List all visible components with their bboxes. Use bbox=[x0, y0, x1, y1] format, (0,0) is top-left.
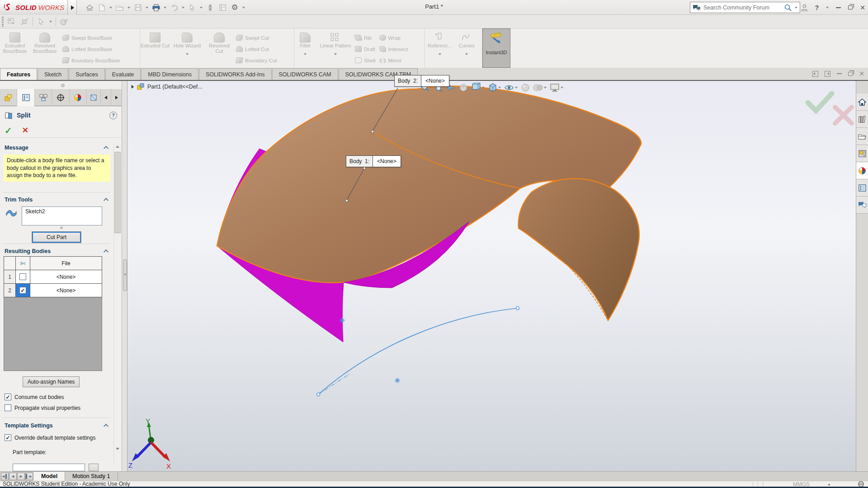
swept-cut-button[interactable]: Swept Cut bbox=[236, 33, 277, 42]
configurationmanager-tab[interactable] bbox=[35, 89, 52, 106]
menu-expand-button[interactable] bbox=[69, 0, 77, 15]
cam-manager-tab[interactable] bbox=[87, 89, 100, 106]
body2-checkbox-cell[interactable]: ✓ bbox=[16, 284, 30, 297]
tab-evaluate[interactable]: Evaluate bbox=[105, 68, 141, 80]
next-tab-button[interactable]: ► bbox=[17, 473, 25, 480]
view-orientation-button[interactable] bbox=[471, 83, 485, 92]
list-resize-handle[interactable] bbox=[60, 226, 63, 229]
override-checkbox[interactable]: ✓ bbox=[5, 434, 11, 441]
trim-collapse-icon[interactable] bbox=[104, 198, 108, 203]
cancel-button[interactable]: ✕ bbox=[22, 126, 28, 135]
save-icon[interactable] bbox=[133, 3, 142, 12]
forum-button[interactable] bbox=[856, 197, 868, 214]
apply-scene-button[interactable] bbox=[533, 83, 547, 92]
bodies-collapse-icon[interactable] bbox=[104, 249, 108, 254]
lofted-cut-button[interactable]: Lofted Cut bbox=[236, 44, 277, 54]
hole-wizard-button[interactable]: Hole Wizard bbox=[170, 31, 204, 55]
select-cursor-icon[interactable] bbox=[188, 3, 197, 12]
body2-checkbox[interactable]: ✓ bbox=[19, 287, 26, 294]
fillet-dropdown-icon[interactable] bbox=[304, 53, 307, 55]
part-template-input[interactable] bbox=[13, 464, 85, 471]
new-document-icon[interactable] bbox=[97, 3, 106, 12]
template-settings-section-header[interactable]: Template Settings bbox=[0, 421, 113, 431]
rib-button[interactable]: Rib bbox=[355, 33, 376, 42]
ok-button[interactable]: ✓ bbox=[5, 125, 12, 136]
displaymanager-tab[interactable] bbox=[70, 89, 87, 106]
save-dropdown-icon[interactable] bbox=[146, 7, 148, 9]
tab-solidworks-cam[interactable]: SOLIDWORKS CAM bbox=[272, 68, 338, 80]
dimxpertmanager-tab[interactable] bbox=[52, 89, 69, 106]
section-view-button[interactable] bbox=[459, 83, 468, 92]
search-icon[interactable] bbox=[784, 4, 792, 12]
display-style-button[interactable] bbox=[488, 83, 501, 92]
view-settings-dropdown-icon[interactable] bbox=[561, 87, 563, 89]
units-dropdown-icon[interactable] bbox=[828, 483, 830, 485]
boundary-boss-button[interactable]: Boundary Boss/Base bbox=[62, 56, 120, 65]
revolved-boss-button[interactable]: Revolved Boss/Base bbox=[30, 31, 60, 54]
help-button[interactable]: ? bbox=[815, 4, 819, 11]
minimize-button[interactable] bbox=[836, 7, 841, 8]
first-tab-button[interactable]: ◄▌ bbox=[1, 473, 9, 480]
revolved-cut-button[interactable]: Revolved Cut bbox=[204, 31, 234, 54]
tab-solidworks-addins[interactable]: SOLIDWORKS Add-Ins bbox=[199, 68, 272, 80]
body2-callout-value[interactable]: <None> bbox=[421, 75, 449, 86]
spline-endpoint-start[interactable] bbox=[317, 393, 320, 396]
sketch-centerline[interactable] bbox=[318, 374, 350, 394]
options-gear-icon[interactable]: ⚙ bbox=[230, 3, 239, 12]
model-canvas[interactable]: Y Z X bbox=[127, 81, 856, 471]
confirm-cancel-ghost-icon[interactable] bbox=[835, 107, 852, 123]
taskpane-home-button[interactable] bbox=[856, 94, 868, 111]
view-settings-button[interactable] bbox=[550, 83, 563, 92]
flyout-feature-tree[interactable]: Part1 (Default<<Def... bbox=[131, 83, 203, 90]
shell-button[interactable]: Shell bbox=[355, 56, 376, 65]
close-button[interactable]: ✕ bbox=[860, 4, 865, 11]
scene-dropdown-icon[interactable] bbox=[544, 87, 547, 89]
panel-help-button[interactable]: ? bbox=[109, 112, 117, 119]
motion-study-tab[interactable]: Motion Study 1 bbox=[65, 472, 118, 481]
properties-icon[interactable] bbox=[218, 3, 227, 12]
options-dropdown-icon[interactable] bbox=[242, 7, 245, 9]
extruded-cut-button[interactable]: Extruded Cut bbox=[140, 31, 170, 48]
edit-appearance-icon[interactable] bbox=[60, 17, 69, 26]
tab-features[interactable]: Features bbox=[0, 68, 37, 80]
panel-collapse-handle[interactable] bbox=[0, 81, 122, 89]
mirror-button[interactable]: Mirror bbox=[379, 56, 408, 65]
boundary-cut-button[interactable]: Boundary Cut bbox=[236, 56, 277, 65]
tabstrip-prev-button[interactable] bbox=[100, 89, 111, 106]
doc-minimize-button[interactable] bbox=[837, 73, 842, 74]
restore-button[interactable] bbox=[848, 5, 853, 9]
swept-boss-button[interactable]: Swept Boss/Base bbox=[62, 33, 120, 42]
home-icon[interactable] bbox=[85, 3, 94, 12]
prev-tab-button[interactable]: ◄ bbox=[9, 473, 17, 480]
toolbar-grip[interactable] bbox=[2, 17, 4, 27]
fillet-button[interactable]: Fillet bbox=[294, 31, 316, 55]
draft-button[interactable]: Draft bbox=[355, 44, 376, 54]
panel-splitter[interactable] bbox=[123, 81, 127, 471]
scroll-up-button[interactable] bbox=[114, 143, 121, 150]
trim-tools-section-header[interactable]: Trim Tools bbox=[0, 195, 113, 205]
tab-mbd-dimensions[interactable]: MBD Dimensions bbox=[141, 68, 198, 80]
view-palette-button[interactable] bbox=[856, 145, 868, 162]
magnet-tool-icon[interactable] bbox=[206, 3, 215, 12]
part-tree-label[interactable]: Part1 (Default<<Def... bbox=[147, 84, 203, 90]
body2-file[interactable]: <None> bbox=[30, 284, 102, 297]
resulting-bodies-section-header[interactable]: Resulting Bodies bbox=[0, 246, 113, 256]
hide-show-items-button[interactable] bbox=[504, 84, 518, 92]
splitter-grip[interactable] bbox=[123, 259, 127, 291]
body-row-2[interactable]: 2 ✓ <None> bbox=[4, 284, 102, 297]
view-orientation-dropdown-icon[interactable] bbox=[482, 87, 485, 89]
linear-pattern-button[interactable]: Linear Pattern bbox=[316, 31, 355, 55]
last-tab-button[interactable]: ▌► bbox=[25, 473, 33, 480]
print-dropdown-icon[interactable] bbox=[164, 7, 166, 9]
body2-callout[interactable]: Body 2: <None> bbox=[394, 75, 449, 87]
template-collapse-icon[interactable] bbox=[104, 424, 108, 429]
auto-assign-names-button[interactable]: Auto-assign Names bbox=[23, 376, 80, 387]
reference-dropdown-icon[interactable] bbox=[439, 53, 441, 55]
scroll-down-button[interactable] bbox=[114, 445, 121, 453]
preview-window-icon[interactable] bbox=[7, 17, 16, 26]
panel-scrollbar[interactable] bbox=[113, 143, 121, 465]
tabstrip-next-button[interactable] bbox=[111, 89, 122, 106]
collapse-right-pane-icon[interactable] bbox=[825, 71, 830, 77]
undo-dropdown-icon[interactable] bbox=[182, 7, 184, 9]
tab-surfaces[interactable]: Surfaces bbox=[69, 68, 104, 80]
